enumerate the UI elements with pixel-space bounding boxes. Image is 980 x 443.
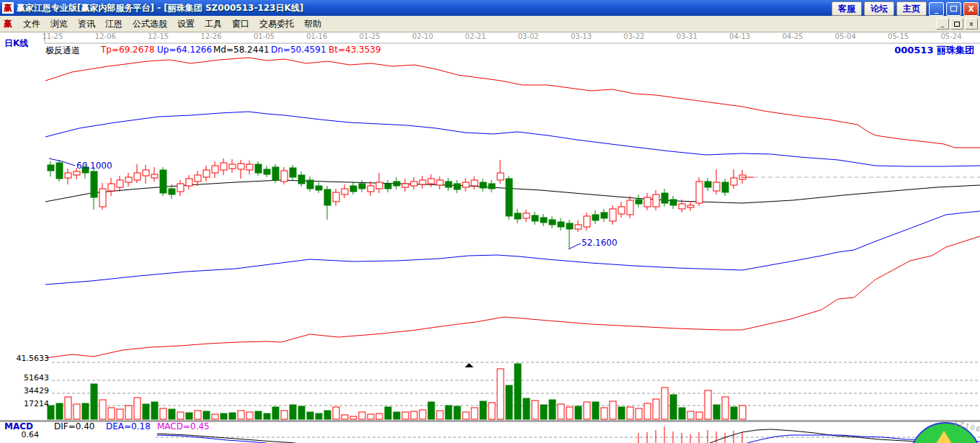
candle-body (48, 165, 54, 171)
candle-body (134, 173, 141, 180)
candle-body (662, 193, 668, 203)
minimize-button[interactable]: _ (929, 2, 944, 16)
menu-item-9[interactable]: 帮助 (299, 17, 326, 32)
volume-bar (514, 364, 521, 419)
volume-bar (99, 400, 106, 419)
candle-body (627, 200, 633, 215)
volume-bar (333, 407, 339, 419)
child-restore-button[interactable] (950, 18, 963, 30)
date-tick-5: 01-16 (306, 32, 327, 40)
volume-bar (584, 402, 590, 419)
child-close-button[interactable]: x (965, 18, 978, 30)
indicator-name[interactable]: 极反通道 (45, 45, 80, 57)
volume-bar (368, 414, 374, 419)
candle-body (731, 178, 737, 185)
candle-body (359, 184, 365, 189)
volume-bar (82, 403, 89, 419)
channel-line-Dn (45, 211, 980, 285)
menu-item-6[interactable]: 工具 (200, 17, 227, 32)
volume-bar (696, 412, 703, 419)
candle-body (307, 180, 313, 189)
menu-bar: 赢 文件浏览资讯江恩公式选股设置工具窗口交易委托帮助 (0, 16, 980, 32)
menu-item-8[interactable]: 交易委托 (254, 17, 299, 32)
volume-bar (506, 385, 512, 419)
close-button[interactable]: X (963, 2, 979, 16)
candle-body (238, 164, 244, 169)
menu-item-7[interactable]: 窗口 (227, 17, 254, 32)
candle-body (610, 209, 616, 221)
candle-body (117, 180, 123, 187)
candle-body (566, 223, 573, 229)
menu-item-5[interactable]: 设置 (172, 17, 200, 32)
candle-body (368, 186, 374, 192)
indicator-param-4: Bt=43.3539 (329, 45, 381, 55)
annotation-leader-1 (569, 243, 581, 249)
candle-body (264, 169, 270, 174)
candle-body (471, 180, 478, 186)
volume-bar (255, 411, 262, 419)
candle-body (497, 173, 504, 180)
volume-bar (220, 413, 227, 419)
app-window: 赢 赢家江恩专业版[赢家内部服务平台] - [丽珠集团 SZ000513-123… (0, 0, 980, 443)
title-bar: 赢 赢家江恩专业版[赢家内部服务平台] - [丽珠集团 SZ000513-123… (0, 0, 980, 16)
candle-body (540, 218, 547, 223)
macd-dea-line-0 (157, 435, 267, 443)
volume-bar (471, 408, 478, 419)
titlebar-buttons: 客服论坛主页_X (832, 1, 979, 16)
candle-body (160, 170, 166, 193)
date-tick-2: 12-15 (148, 32, 169, 40)
candle-body (670, 200, 677, 205)
candle-body (220, 163, 227, 170)
menu-item-3[interactable]: 江恩 (100, 17, 128, 32)
volume-bar (454, 406, 460, 419)
support-button[interactable]: 客服 (832, 1, 862, 16)
candle-body (169, 189, 175, 194)
candle-body (722, 182, 729, 192)
candle-body (229, 164, 236, 169)
child-minimize-button[interactable]: _ (936, 18, 949, 30)
volume-bar (731, 407, 737, 419)
candle-body (246, 164, 253, 170)
candle-body (177, 184, 184, 192)
candle-body (558, 222, 564, 227)
macd-dif-line-1 (710, 429, 930, 443)
volume-bar (419, 410, 426, 419)
menu-item-2[interactable]: 资讯 (73, 17, 100, 32)
restore-button[interactable] (946, 2, 961, 16)
chart-canvas[interactable] (0, 0, 980, 443)
candle-body (212, 166, 218, 173)
volume-bar (290, 405, 296, 419)
volume-bar (670, 395, 677, 419)
volume-peak-marker (465, 363, 473, 367)
price-scale-label: 41.5633 (12, 354, 49, 363)
volume-bar (445, 406, 452, 419)
candle-body (91, 171, 97, 197)
logo-triangle-shape (932, 431, 956, 443)
indicator-param-1: Up=64.1266 (157, 45, 212, 55)
date-tick-12: 03-31 (677, 32, 698, 40)
volume-bar (342, 415, 348, 419)
date-tick-10: 03-13 (571, 32, 592, 40)
volume-bar (143, 404, 149, 419)
menu-item-1[interactable]: 浏览 (45, 17, 73, 32)
candle-body (376, 182, 383, 189)
menu-item-4[interactable]: 公式选股 (128, 17, 172, 32)
volume-bar (523, 398, 530, 419)
volume-bar (532, 401, 538, 419)
volume-bar (636, 408, 642, 419)
volume-scale-3: 17214 (12, 399, 49, 408)
candle-body (592, 215, 599, 220)
volume-bar (662, 388, 668, 419)
candle-body (713, 182, 720, 191)
candle-body (463, 182, 469, 187)
forum-button[interactable]: 论坛 (864, 1, 894, 16)
volume-bar (566, 407, 573, 419)
volume-bar (203, 411, 210, 419)
candle-body (186, 179, 192, 186)
candle-body (333, 192, 339, 202)
menu-item-0[interactable]: 文件 (18, 17, 45, 32)
candle-body (316, 186, 322, 190)
candle-body (125, 177, 132, 182)
home-button[interactable]: 主页 (896, 1, 927, 16)
candle-body (108, 184, 115, 191)
